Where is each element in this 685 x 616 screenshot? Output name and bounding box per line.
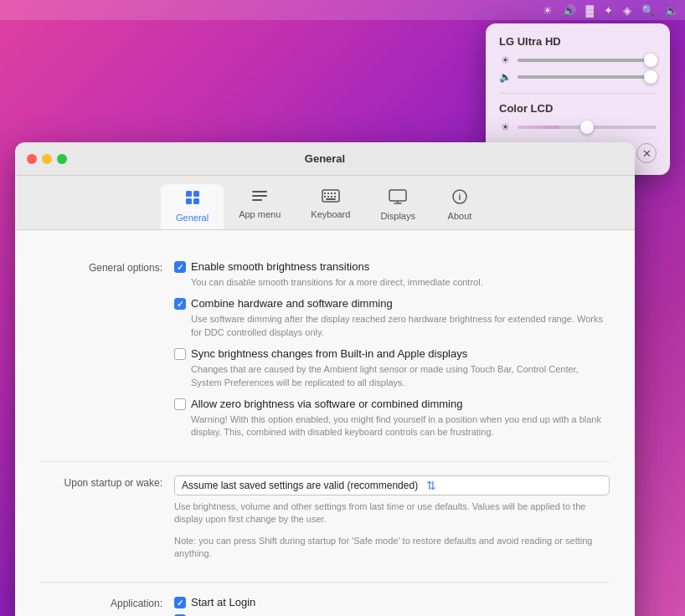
svg-rect-9 xyxy=(327,192,329,194)
titlebar: General xyxy=(15,142,635,176)
displays-tab-icon xyxy=(389,189,407,208)
lcd-brightness-row: ☀ xyxy=(499,121,657,133)
tabs-bar: General App menu xyxy=(15,176,635,230)
general-tab-icon xyxy=(184,189,201,210)
startup-select[interactable]: Assume last saved settings are valid (re… xyxy=(174,475,610,495)
lg-volume-row: 🔈 xyxy=(499,71,657,83)
lcd-section: Color LCD ☀ xyxy=(499,102,657,133)
sync-brightness-checkbox[interactable] xyxy=(174,348,186,360)
zero-brightness-checkbox[interactable] xyxy=(174,398,186,410)
svg-rect-1 xyxy=(193,191,199,197)
bluetooth-menubar-icon[interactable]: ✦ xyxy=(604,4,613,17)
battery-menubar-icon[interactable]: ▓ xyxy=(586,4,594,17)
brightness-icon: ☀ xyxy=(499,54,511,66)
window-title: General xyxy=(305,152,345,165)
svg-rect-2 xyxy=(186,198,192,204)
svg-rect-4 xyxy=(252,191,267,192)
volume-menubar-icon[interactable]: 🔊 xyxy=(563,4,576,17)
app-menu-tab-icon xyxy=(251,189,268,207)
tab-keyboard[interactable]: Keyboard xyxy=(296,184,365,229)
brightness-menubar-icon[interactable]: ☀ xyxy=(543,4,553,17)
speaker-menubar-icon[interactable]: 🔈 xyxy=(665,4,678,17)
svg-rect-6 xyxy=(252,199,262,201)
svg-rect-16 xyxy=(326,198,336,200)
start-at-login-label: Start at Login xyxy=(191,596,255,608)
popup-divider xyxy=(499,93,657,94)
startup-label: Upon startup or wake: xyxy=(40,475,174,569)
tab-general-label: General xyxy=(176,213,209,223)
smooth-brightness-checkbox[interactable] xyxy=(174,261,186,273)
search-menubar-icon[interactable]: 🔍 xyxy=(641,4,655,17)
tab-keyboard-label: Keyboard xyxy=(311,209,350,219)
svg-rect-0 xyxy=(186,191,192,197)
smooth-brightness-row: Enable smooth brightness transitions xyxy=(174,260,610,273)
svg-rect-17 xyxy=(389,190,406,201)
sync-brightness-label: Sync brightness changes from Built-in an… xyxy=(191,347,467,360)
svg-rect-10 xyxy=(331,192,332,194)
svg-text:i: i xyxy=(459,192,461,202)
popup-close-button[interactable]: ✕ xyxy=(636,143,657,163)
select-arrows-icon: ⇅ xyxy=(426,479,436,492)
lg-section: LG Ultra HD ☀ 🔈 xyxy=(499,35,657,83)
general-options-section: General options: Enable smooth brightnes… xyxy=(40,247,610,462)
zero-brightness-row: Allow zero brightness via software or co… xyxy=(174,398,610,410)
lcd-title: Color LCD xyxy=(499,102,657,115)
volume-icon: 🔈 xyxy=(499,71,511,83)
wifi-menubar-icon[interactable]: ◈ xyxy=(623,4,631,17)
main-window: General General App me xyxy=(15,142,635,616)
startup-section: Upon startup or wake: Assume last saved … xyxy=(40,462,610,583)
lg-volume-slider[interactable] xyxy=(518,75,657,79)
minimize-button[interactable] xyxy=(42,154,52,164)
startup-desc1: Use brightness, volume and other setting… xyxy=(174,501,610,526)
tab-app-menu[interactable]: App menu xyxy=(224,184,296,229)
startup-select-label: Assume last saved settings are valid (re… xyxy=(182,480,418,491)
content-area: General options: Enable smooth brightnes… xyxy=(15,230,635,616)
tab-general[interactable]: General xyxy=(161,184,224,229)
zero-brightness-desc: Warning! With this option enabled, you m… xyxy=(191,413,610,439)
zero-brightness-label: Allow zero brightness via software or co… xyxy=(191,398,462,410)
general-options-label: General options: xyxy=(40,260,174,448)
combine-dimming-desc: Use software dimming after the display r… xyxy=(191,313,610,339)
maximize-button[interactable] xyxy=(57,154,67,164)
lg-title: LG Ultra HD xyxy=(499,35,657,48)
svg-rect-3 xyxy=(193,198,199,204)
application-section: Application: Start at Login Automaticall… xyxy=(40,583,610,616)
start-at-login-row: Start at Login xyxy=(174,596,610,608)
lg-brightness-slider[interactable] xyxy=(518,59,657,62)
svg-rect-15 xyxy=(334,196,336,198)
lcd-brightness-slider[interactable] xyxy=(518,126,657,129)
svg-rect-14 xyxy=(331,196,332,198)
startup-content: Assume last saved settings are valid (re… xyxy=(174,475,610,569)
tab-about-label: About xyxy=(448,211,472,221)
smooth-brightness-desc: You can disable smooth transitions for a… xyxy=(191,276,610,289)
svg-rect-11 xyxy=(334,192,336,194)
traffic-lights xyxy=(27,154,67,164)
smooth-brightness-label: Enable smooth brightness transitions xyxy=(191,260,369,273)
startup-desc2: Note: you can press Shift during startup… xyxy=(174,535,610,561)
combine-dimming-label: Combine hardware and software dimming xyxy=(191,297,393,310)
tab-about[interactable]: i About xyxy=(430,184,489,229)
start-at-login-checkbox[interactable] xyxy=(174,597,186,608)
menubar: ☀ 🔊 ▓ ✦ ◈ 🔍 🔈 xyxy=(0,0,685,20)
tab-displays[interactable]: Displays xyxy=(365,184,430,229)
tab-app-menu-label: App menu xyxy=(239,209,281,219)
combine-dimming-row: Combine hardware and software dimming xyxy=(174,297,610,310)
keyboard-tab-icon xyxy=(322,189,340,207)
svg-rect-8 xyxy=(324,192,326,194)
general-options-content: Enable smooth brightness transitions You… xyxy=(174,260,610,448)
lcd-brightness-icon: ☀ xyxy=(499,121,511,133)
svg-rect-13 xyxy=(327,196,329,198)
tab-displays-label: Displays xyxy=(380,211,415,221)
lg-brightness-row: ☀ xyxy=(499,54,657,66)
about-tab-icon: i xyxy=(452,189,467,208)
sync-brightness-row: Sync brightness changes from Built-in an… xyxy=(174,347,610,360)
svg-rect-12 xyxy=(324,196,326,198)
application-label: Application: xyxy=(40,596,174,616)
sync-brightness-desc: Changes that are caused by the Ambient l… xyxy=(191,363,610,389)
close-button[interactable] xyxy=(27,154,37,164)
svg-rect-5 xyxy=(252,195,267,197)
combine-dimming-checkbox[interactable] xyxy=(174,298,186,310)
application-content: Start at Login Automatically check for u… xyxy=(174,596,610,616)
